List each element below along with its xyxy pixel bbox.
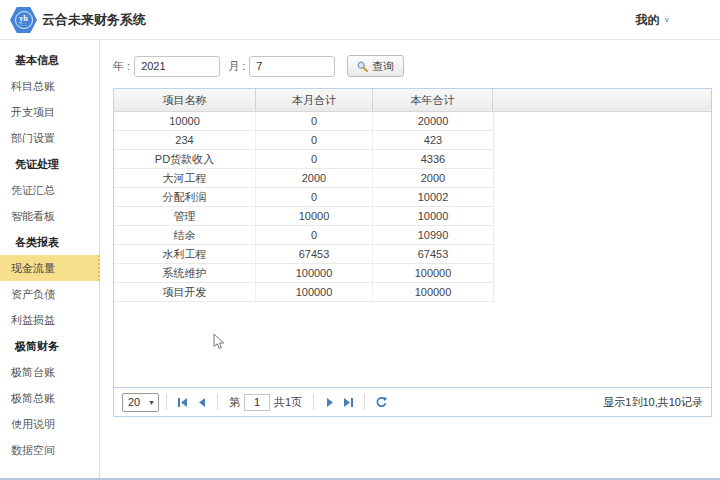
refresh-icon [375,396,388,409]
data-grid: 项目名称 本月合计 本年合计 10000 0 20000 234 0 423 P… [113,88,712,388]
table-cell: 大河工程 [114,169,256,187]
column-header-month-total[interactable]: 本月合计 [256,89,373,111]
table-cell: 结余 [114,226,256,244]
sidebar: 基本信息 科目总账 开支项目 部门设置 凭证处理 凭证汇总 智能看板 各类报表 … [0,41,100,478]
query-toolbar: 年 : 月 : 查询 [101,41,720,88]
first-page-button[interactable] [174,393,192,411]
month-input[interactable] [249,56,335,77]
table-cell: 67453 [256,245,373,263]
app-header: yh !:: 云合未来财务系统 我的 ∨ [0,0,720,40]
page-size-value: 20 [128,396,140,408]
sidebar-item-smart-dashboard[interactable]: 智能看板 [0,203,99,229]
page-suffix-label: 共1页 [274,395,302,410]
search-icon [357,61,368,72]
select-arrow-icon: ▼ [148,399,155,406]
table-row[interactable]: 大河工程 2000 2000 [114,169,494,188]
table-row[interactable]: 水利工程 67453 67453 [114,245,494,264]
table-cell: 系统维护 [114,264,256,282]
sidebar-section-reports: 各类报表 [0,229,99,255]
table-cell: 67453 [373,245,493,263]
sidebar-item-expense-project[interactable]: 开支项目 [0,99,99,125]
column-header-year-total[interactable]: 本年合计 [373,89,493,111]
table-cell: 234 [114,131,256,149]
table-cell: 0 [256,112,373,130]
table-row[interactable]: 项目开发 100000 100000 [114,283,494,302]
query-button[interactable]: 查询 [347,55,404,77]
page-prefix-label: 第 [229,395,240,410]
table-cell: 分配利润 [114,188,256,206]
month-label: 月 : [228,59,245,74]
sidebar-item-dept-settings[interactable]: 部门设置 [0,125,99,151]
table-cell: 水利工程 [114,245,256,263]
records-info: 显示1到10,共10记录 [603,395,703,410]
page-number-input[interactable] [244,394,270,411]
column-header-filler [493,89,711,111]
last-page-button[interactable] [339,393,357,411]
user-menu-label: 我的 [635,12,659,29]
pager-separator [166,394,167,410]
chevron-down-icon: ∨ [663,16,670,24]
user-menu[interactable]: 我的 ∨ [635,0,670,40]
table-cell: 100000 [256,264,373,282]
table-cell: 10000 [256,207,373,225]
sidebar-item-balance-sheet[interactable]: 资产负债 [0,281,99,307]
sidebar-section-voucher: 凭证处理 [0,151,99,177]
pager-bar: 20 ▼ 第 共1页 [113,388,712,417]
table-cell: 423 [373,131,493,149]
table-cell: 4336 [373,150,493,168]
refresh-button[interactable] [372,393,390,411]
table-cell: 100000 [256,283,373,301]
table-row[interactable]: 10000 0 20000 [114,112,494,131]
table-cell: 20000 [373,112,493,130]
table-cell: PD货款收入 [114,150,256,168]
seek-first-icon [177,397,189,408]
column-header-project-name[interactable]: 项目名称 [114,89,256,111]
table-row[interactable]: 分配利润 0 10002 [114,188,494,207]
sidebar-item-user-guide[interactable]: 使用说明 [0,411,99,437]
table-cell: 0 [256,131,373,149]
table-row[interactable]: 结余 0 10990 [114,226,494,245]
page-size-select[interactable]: 20 ▼ [122,393,159,412]
seek-last-icon [342,397,354,408]
next-page-button[interactable] [321,393,339,411]
page-title: 云合未来财务系统 [42,0,146,40]
table-row[interactable]: 系统维护 100000 100000 [114,264,494,283]
table-row[interactable]: 234 0 423 [114,131,494,150]
sidebar-item-simple-ledger[interactable]: 极简总账 [0,385,99,411]
table-cell: 100000 [373,283,493,301]
sidebar-item-data-space[interactable]: 数据空间 [0,437,99,463]
logo-circle: yh !:: [15,11,33,29]
seek-next-icon [326,397,335,408]
table-cell: 2000 [373,169,493,187]
prev-page-button[interactable] [192,393,210,411]
grid-header-row: 项目名称 本月合计 本年合计 [114,89,711,112]
sidebar-item-profit-loss[interactable]: 利益损益 [0,307,99,333]
sidebar-section-simple-finance: 极简财务 [0,333,99,359]
table-cell: 10000 [114,112,256,130]
sidebar-item-simple-account[interactable]: 极简台账 [0,359,99,385]
sidebar-item-cash-flow[interactable]: 现金流量 [0,255,100,281]
main-content: 年 : 月 : 查询 项目名称 本月合计 本年合计 10000 0 20000 … [101,41,720,478]
logo-dots: !:: [20,22,27,26]
pager-separator [313,394,314,410]
table-row[interactable]: 管理 10000 10000 [114,207,494,226]
table-cell: 100000 [373,264,493,282]
app-logo: yh !:: [10,7,37,33]
year-input[interactable] [134,56,220,77]
sidebar-section-basic-info: 基本信息 [0,47,99,73]
table-row[interactable]: PD货款收入 0 4336 [114,150,494,169]
table-cell: 0 [256,188,373,206]
table-cell: 0 [256,150,373,168]
table-cell: 0 [256,226,373,244]
table-cell: 管理 [114,207,256,225]
sidebar-item-subject-ledger[interactable]: 科目总账 [0,73,99,99]
sidebar-item-voucher-summary[interactable]: 凭证汇总 [0,177,99,203]
year-label: 年 : [113,59,130,74]
table-cell: 10990 [373,226,493,244]
table-cell: 2000 [256,169,373,187]
table-cell: 10000 [373,207,493,225]
seek-prev-icon [197,397,206,408]
query-button-label: 查询 [372,59,394,74]
pager-separator [364,394,365,410]
table-cell: 项目开发 [114,283,256,301]
